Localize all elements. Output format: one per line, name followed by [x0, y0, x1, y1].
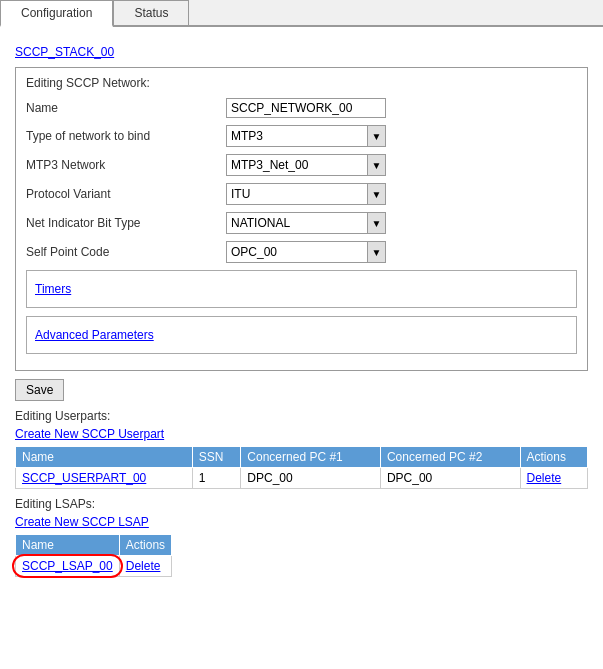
label-mtp3-network: MTP3 Network: [26, 158, 226, 172]
select-protocol-variant-value: ITU: [227, 185, 367, 203]
timers-section: Timers: [26, 270, 577, 308]
lsap-name-link[interactable]: SCCP_LSAP_00: [22, 559, 113, 573]
chevron-down-icon[interactable]: ▼: [367, 184, 385, 204]
lsaps-table: Name Actions SCCP_LSAP_00Delete: [15, 534, 172, 577]
editing-network-label: Editing SCCP Network:: [26, 76, 577, 90]
lsap-col-header-actions: Actions: [119, 535, 171, 556]
lsaps-section: Editing LSAPs: Create New SCCP LSAP Name…: [15, 497, 588, 577]
label-self-point-code: Self Point Code: [26, 245, 226, 259]
tab-status[interactable]: Status: [113, 0, 189, 25]
select-self-point-code[interactable]: OPC_00 ▼: [226, 241, 386, 263]
field-net-indicator: Net Indicator Bit Type NATIONAL ▼: [26, 212, 577, 234]
userpart-action: Delete: [520, 468, 587, 489]
userpart-ssn: 1: [192, 468, 241, 489]
field-name: Name: [26, 98, 577, 118]
select-mtp3-network[interactable]: MTP3_Net_00 ▼: [226, 154, 386, 176]
main-content: SCCP_STACK_00 Editing SCCP Network: Name…: [0, 37, 603, 593]
select-network-type[interactable]: MTP3 ▼: [226, 125, 386, 147]
col-header-pc2: Concerned PC #2: [380, 447, 520, 468]
label-protocol-variant: Protocol Variant: [26, 187, 226, 201]
tabs-bar: Configuration Status: [0, 0, 603, 27]
col-header-name: Name: [16, 447, 193, 468]
userpart-name-link[interactable]: SCCP_USERPART_00: [22, 471, 146, 485]
lsaps-label: Editing LSAPs:: [15, 497, 588, 511]
userpart-pc2: DPC_00: [380, 468, 520, 489]
input-name[interactable]: [226, 98, 386, 118]
select-self-point-code-value: OPC_00: [227, 243, 367, 261]
advanced-params-section: Advanced Parameters: [26, 316, 577, 354]
lsap-delete-link[interactable]: Delete: [126, 559, 161, 573]
field-mtp3-network: MTP3 Network MTP3_Net_00 ▼: [26, 154, 577, 176]
timers-link[interactable]: Timers: [35, 279, 568, 299]
userparts-label: Editing Userparts:: [15, 409, 588, 423]
editing-network-section: Editing SCCP Network: Name Type of netwo…: [15, 67, 588, 371]
field-protocol-variant: Protocol Variant ITU ▼: [26, 183, 577, 205]
col-header-actions: Actions: [520, 447, 587, 468]
table-row: SCCP_USERPART_00 1 DPC_00 DPC_00 Delete: [16, 468, 588, 489]
field-self-point-code: Self Point Code OPC_00 ▼: [26, 241, 577, 263]
chevron-down-icon[interactable]: ▼: [367, 155, 385, 175]
chevron-down-icon[interactable]: ▼: [367, 242, 385, 262]
col-header-pc1: Concerned PC #1: [241, 447, 381, 468]
chevron-down-icon[interactable]: ▼: [367, 126, 385, 146]
lsap-col-header-name: Name: [16, 535, 120, 556]
userparts-section: Editing Userparts: Create New SCCP Userp…: [15, 409, 588, 489]
create-userpart-link[interactable]: Create New SCCP Userpart: [15, 427, 164, 441]
lsap-action-cell: Delete: [119, 556, 171, 577]
field-network-type: Type of network to bind MTP3 ▼: [26, 125, 577, 147]
col-header-ssn: SSN: [192, 447, 241, 468]
select-net-indicator-value: NATIONAL: [227, 214, 367, 232]
tab-configuration[interactable]: Configuration: [0, 0, 113, 27]
select-network-type-value: MTP3: [227, 127, 367, 145]
create-lsap-link[interactable]: Create New SCCP LSAP: [15, 515, 149, 529]
userparts-table: Name SSN Concerned PC #1 Concerned PC #2…: [15, 446, 588, 489]
save-button[interactable]: Save: [15, 379, 64, 401]
userpart-name: SCCP_USERPART_00: [16, 468, 193, 489]
select-mtp3-network-value: MTP3_Net_00: [227, 156, 367, 174]
select-net-indicator[interactable]: NATIONAL ▼: [226, 212, 386, 234]
lsap-name-cell: SCCP_LSAP_00: [16, 556, 120, 577]
input-name-wrap: [226, 98, 386, 118]
label-net-indicator: Net Indicator Bit Type: [26, 216, 226, 230]
chevron-down-icon[interactable]: ▼: [367, 213, 385, 233]
label-network-type: Type of network to bind: [26, 129, 226, 143]
select-protocol-variant[interactable]: ITU ▼: [226, 183, 386, 205]
userpart-delete-link[interactable]: Delete: [527, 471, 562, 485]
advanced-params-link[interactable]: Advanced Parameters: [35, 325, 568, 345]
label-name: Name: [26, 101, 226, 115]
list-item: SCCP_LSAP_00Delete: [16, 556, 172, 577]
stack-link[interactable]: SCCP_STACK_00: [15, 45, 114, 59]
userpart-pc1: DPC_00: [241, 468, 381, 489]
